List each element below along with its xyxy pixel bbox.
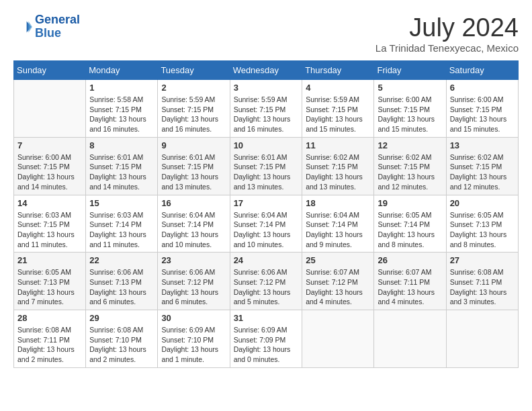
- day-number: 4: [306, 83, 370, 93]
- table-row: 30Sunrise: 6:09 AM Sunset: 7:10 PM Dayli…: [158, 310, 230, 368]
- table-row: 24Sunrise: 6:06 AM Sunset: 7:12 PM Dayli…: [230, 253, 302, 310]
- table-row: [14, 80, 86, 138]
- day-info: Sunrise: 6:05 AM Sunset: 7:13 PM Dayligh…: [17, 267, 82, 307]
- table-row: 9Sunrise: 6:01 AM Sunset: 7:15 PM Daylig…: [158, 137, 230, 195]
- table-row: 20Sunrise: 6:05 AM Sunset: 7:13 PM Dayli…: [446, 195, 518, 253]
- col-thursday: Thursday: [302, 61, 374, 80]
- table-row: 3Sunrise: 5:59 AM Sunset: 7:15 PM Daylig…: [230, 80, 302, 138]
- col-friday: Friday: [374, 61, 446, 80]
- day-info: Sunrise: 6:06 AM Sunset: 7:12 PM Dayligh…: [234, 267, 299, 307]
- day-info: Sunrise: 6:04 AM Sunset: 7:14 PM Dayligh…: [234, 210, 299, 250]
- logo-text: General Blue: [35, 13, 80, 40]
- table-row: 31Sunrise: 6:09 AM Sunset: 7:09 PM Dayli…: [230, 310, 302, 368]
- day-number: 30: [161, 313, 226, 323]
- day-info: Sunrise: 6:07 AM Sunset: 7:12 PM Dayligh…: [306, 267, 370, 307]
- day-info: Sunrise: 6:09 AM Sunset: 7:10 PM Dayligh…: [161, 325, 226, 365]
- day-number: 3: [234, 83, 299, 93]
- calendar-week-row: 7Sunrise: 6:00 AM Sunset: 7:15 PM Daylig…: [14, 137, 519, 195]
- day-info: Sunrise: 6:06 AM Sunset: 7:12 PM Dayligh…: [161, 267, 226, 307]
- table-row: 6Sunrise: 6:00 AM Sunset: 7:15 PM Daylig…: [446, 80, 518, 138]
- table-row: 4Sunrise: 5:59 AM Sunset: 7:15 PM Daylig…: [302, 80, 374, 138]
- day-number: 31: [234, 313, 299, 323]
- day-number: 7: [17, 140, 82, 150]
- col-tuesday: Tuesday: [158, 61, 230, 80]
- table-row: 12Sunrise: 6:02 AM Sunset: 7:15 PM Dayli…: [374, 137, 446, 195]
- col-sunday: Sunday: [14, 61, 86, 80]
- day-info: Sunrise: 6:00 AM Sunset: 7:15 PM Dayligh…: [450, 95, 515, 134]
- logo-line1: General: [35, 13, 80, 26]
- day-info: Sunrise: 5:59 AM Sunset: 7:15 PM Dayligh…: [161, 95, 226, 134]
- table-row: 23Sunrise: 6:06 AM Sunset: 7:12 PM Dayli…: [158, 253, 230, 310]
- day-info: Sunrise: 6:05 AM Sunset: 7:13 PM Dayligh…: [450, 210, 515, 250]
- table-row: [302, 310, 374, 368]
- day-number: 27: [450, 255, 515, 265]
- day-info: Sunrise: 6:00 AM Sunset: 7:15 PM Dayligh…: [378, 95, 442, 134]
- day-number: 20: [450, 198, 515, 208]
- table-row: 22Sunrise: 6:06 AM Sunset: 7:13 PM Dayli…: [86, 253, 158, 310]
- table-row: 26Sunrise: 6:07 AM Sunset: 7:11 PM Dayli…: [374, 253, 446, 310]
- table-row: 18Sunrise: 6:04 AM Sunset: 7:14 PM Dayli…: [302, 195, 374, 253]
- table-row: 2Sunrise: 5:59 AM Sunset: 7:15 PM Daylig…: [158, 80, 230, 138]
- table-row: [446, 310, 518, 368]
- day-info: Sunrise: 6:02 AM Sunset: 7:15 PM Dayligh…: [378, 152, 442, 192]
- table-row: 8Sunrise: 6:01 AM Sunset: 7:15 PM Daylig…: [86, 137, 158, 195]
- logo-icon: [13, 17, 32, 36]
- day-number: 6: [450, 83, 515, 93]
- calendar-week-row: 21Sunrise: 6:05 AM Sunset: 7:13 PM Dayli…: [14, 253, 519, 310]
- day-number: 14: [17, 198, 82, 208]
- day-number: 1: [89, 83, 154, 93]
- table-row: 27Sunrise: 6:08 AM Sunset: 7:11 PM Dayli…: [446, 253, 518, 310]
- calendar-week-row: 1Sunrise: 5:58 AM Sunset: 7:15 PM Daylig…: [14, 80, 519, 138]
- table-row: 19Sunrise: 6:05 AM Sunset: 7:14 PM Dayli…: [374, 195, 446, 253]
- day-info: Sunrise: 6:08 AM Sunset: 7:11 PM Dayligh…: [17, 325, 82, 365]
- day-number: 12: [378, 140, 442, 150]
- logo: General Blue: [13, 13, 80, 40]
- day-number: 21: [17, 255, 82, 265]
- day-number: 15: [89, 198, 154, 208]
- day-number: 28: [17, 313, 82, 323]
- day-info: Sunrise: 6:07 AM Sunset: 7:11 PM Dayligh…: [378, 267, 442, 307]
- day-info: Sunrise: 6:08 AM Sunset: 7:11 PM Dayligh…: [450, 267, 515, 307]
- day-number: 29: [89, 313, 154, 323]
- day-number: 9: [161, 140, 226, 150]
- day-info: Sunrise: 6:06 AM Sunset: 7:13 PM Dayligh…: [89, 267, 154, 307]
- day-number: 25: [306, 255, 370, 265]
- day-info: Sunrise: 5:59 AM Sunset: 7:15 PM Dayligh…: [234, 95, 299, 134]
- table-row: 14Sunrise: 6:03 AM Sunset: 7:15 PM Dayli…: [14, 195, 86, 253]
- month-title: July 2024: [375, 13, 519, 42]
- day-number: 26: [378, 255, 442, 265]
- day-info: Sunrise: 6:03 AM Sunset: 7:15 PM Dayligh…: [17, 210, 82, 250]
- day-info: Sunrise: 6:01 AM Sunset: 7:15 PM Dayligh…: [89, 152, 154, 192]
- day-number: 17: [234, 198, 299, 208]
- day-number: 19: [378, 198, 442, 208]
- day-number: 24: [234, 255, 299, 265]
- table-row: 11Sunrise: 6:02 AM Sunset: 7:15 PM Dayli…: [302, 137, 374, 195]
- day-info: Sunrise: 6:02 AM Sunset: 7:15 PM Dayligh…: [450, 152, 515, 192]
- day-info: Sunrise: 6:05 AM Sunset: 7:14 PM Dayligh…: [378, 210, 442, 250]
- day-number: 13: [450, 140, 515, 150]
- day-info: Sunrise: 6:02 AM Sunset: 7:15 PM Dayligh…: [306, 152, 370, 192]
- table-row: 1Sunrise: 5:58 AM Sunset: 7:15 PM Daylig…: [86, 80, 158, 138]
- day-info: Sunrise: 5:59 AM Sunset: 7:15 PM Dayligh…: [306, 95, 370, 134]
- day-info: Sunrise: 6:01 AM Sunset: 7:15 PM Dayligh…: [234, 152, 299, 192]
- day-info: Sunrise: 6:00 AM Sunset: 7:15 PM Dayligh…: [17, 152, 82, 192]
- day-number: 11: [306, 140, 370, 150]
- day-number: 5: [378, 83, 442, 93]
- day-info: Sunrise: 6:08 AM Sunset: 7:10 PM Dayligh…: [89, 325, 154, 365]
- table-row: 15Sunrise: 6:03 AM Sunset: 7:14 PM Dayli…: [86, 195, 158, 253]
- day-info: Sunrise: 6:01 AM Sunset: 7:15 PM Dayligh…: [161, 152, 226, 192]
- day-number: 8: [89, 140, 154, 150]
- table-row: 10Sunrise: 6:01 AM Sunset: 7:15 PM Dayli…: [230, 137, 302, 195]
- day-info: Sunrise: 6:09 AM Sunset: 7:09 PM Dayligh…: [234, 325, 299, 365]
- calendar-week-row: 14Sunrise: 6:03 AM Sunset: 7:15 PM Dayli…: [14, 195, 519, 253]
- calendar-header-row: Sunday Monday Tuesday Wednesday Thursday…: [14, 61, 519, 80]
- calendar-table: Sunday Monday Tuesday Wednesday Thursday…: [13, 60, 519, 368]
- calendar-week-row: 28Sunrise: 6:08 AM Sunset: 7:11 PM Dayli…: [14, 310, 519, 368]
- day-info: Sunrise: 6:04 AM Sunset: 7:14 PM Dayligh…: [161, 210, 226, 250]
- title-block: July 2024 La Trinidad Tenexyecac, Mexico: [375, 13, 519, 54]
- day-number: 2: [161, 83, 226, 93]
- table-row: 17Sunrise: 6:04 AM Sunset: 7:14 PM Dayli…: [230, 195, 302, 253]
- logo-line2: Blue: [35, 26, 61, 40]
- day-number: 16: [161, 198, 226, 208]
- day-number: 23: [161, 255, 226, 265]
